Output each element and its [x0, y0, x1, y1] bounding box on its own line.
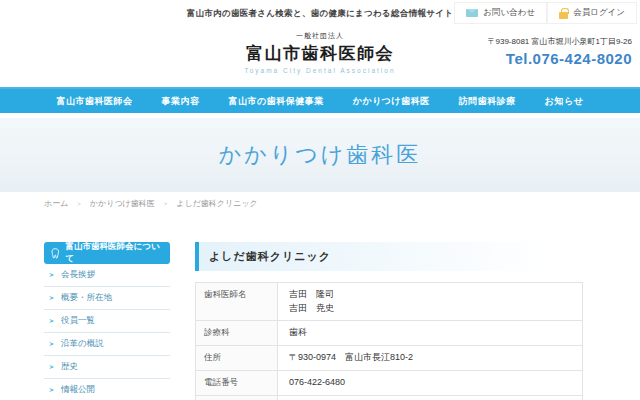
lock-icon: [559, 12, 568, 19]
telephone-number: Tel.076-424-8020: [488, 50, 633, 67]
tooth-icon: [50, 247, 61, 260]
global-nav: 富山市歯科医師会 事業内容 富山市の歯科保健事業 かかりつけ歯科医 訪問歯科診療…: [0, 87, 640, 113]
nav-item-dental-health-programs[interactable]: 富山市の歯科保健事業: [229, 95, 324, 108]
row-label: 歯科医師名: [196, 283, 278, 321]
sidebar-item-label: 役員一覧: [61, 315, 95, 327]
topbar-buttons: お問い合わせ 会員ログイン: [454, 2, 637, 24]
table-row-dentist-names: 歯科医師名 吉田 隆司 吉田 尭史: [196, 283, 583, 321]
sidebar-item-history[interactable]: ＞ 歴史: [44, 356, 170, 379]
chevron-right-icon: ＞: [48, 316, 55, 326]
clinic-name-heading: よしだ歯科クリニック: [195, 242, 612, 271]
dentist-name-2: 吉田 尭史: [289, 302, 571, 316]
page-title: かかりつけ歯科医: [219, 140, 422, 170]
chevron-right-icon: ＞: [48, 362, 55, 372]
breadcrumb: ホーム ＞ かかりつけ歯科医 ＞ よしだ歯科クリニック: [0, 192, 640, 209]
chevron-right-icon: ＞: [48, 270, 55, 280]
nav-item-association[interactable]: 富山市歯科医師会: [57, 95, 133, 108]
site-subtitle-en: Toyama City Dental Association: [0, 67, 640, 74]
row-value: 〒930-0974 富山市長江810-2: [278, 346, 583, 371]
sidebar-item-president-greeting[interactable]: ＞ 会長挨拶: [44, 264, 170, 287]
site-header: 一般社団法人 富山市歯科医師会 Toyama City Dental Assoc…: [0, 26, 640, 87]
mail-icon: [466, 9, 478, 17]
dentist-name-1: 吉田 隆司: [289, 288, 571, 302]
clinic-info-table: 歯科医師名 吉田 隆司 吉田 尭史 診療科 歯科 住所 〒930-0974 富山…: [195, 282, 583, 400]
contact-button-label: お問い合わせ: [483, 7, 535, 19]
breadcrumb-separator: ＞: [76, 200, 83, 207]
row-value: 歯科: [278, 321, 583, 346]
nav-item-news[interactable]: お知らせ: [545, 95, 584, 108]
chevron-right-icon: ＞: [48, 293, 55, 303]
row-label: 電話番号: [196, 371, 278, 396]
sidebar-item-overview-location[interactable]: ＞ 概要・所在地: [44, 287, 170, 310]
table-row-department: 診療科 歯科: [196, 321, 583, 346]
member-login-label: 会員ログイン: [573, 7, 625, 19]
breadcrumb-home[interactable]: ホーム: [44, 199, 68, 208]
sidebar-item-label: 会長挨拶: [61, 269, 95, 281]
row-label: 診療時間: [196, 396, 278, 400]
chevron-right-icon: ＞: [48, 339, 55, 349]
sidebar-item-label: 概要・所在地: [61, 292, 112, 304]
sidebar-item-officers-list[interactable]: ＞ 役員一覧: [44, 310, 170, 333]
row-label: 診療科: [196, 321, 278, 346]
sidebar-item-label: 情報公開: [61, 384, 95, 396]
nav-item-family-dentist[interactable]: かかりつけ歯科医: [353, 95, 430, 108]
nav-item-visiting-dental-care[interactable]: 訪問歯科診療: [459, 95, 516, 108]
sidebar-item-information-disclosure[interactable]: ＞ 情報公開: [44, 379, 170, 400]
top-utility-bar: 富山市内の歯医者さん検索と、歯の健康にまつわる総合情報サイト お問い合わせ 会員…: [0, 0, 640, 26]
breadcrumb-separator: ＞: [162, 200, 169, 207]
sidebar: 富山市歯科医師会について ＞ 会長挨拶 ＞ 概要・所在地 ＞ 役員一覧 ＞ 沿革…: [44, 242, 170, 400]
postal-address: 〒939-8081 富山市堀川小泉町1丁目9-26: [488, 36, 633, 47]
sidebar-item-history-outline[interactable]: ＞ 沿革の概説: [44, 333, 170, 356]
sidebar-item-label: 沿革の概説: [61, 338, 104, 350]
main-content: よしだ歯科クリニック 歯科医師名 吉田 隆司 吉田 尭史 診療科 歯科 住所 〒…: [195, 242, 612, 400]
row-value: 076-422-6480: [278, 371, 583, 396]
contact-button[interactable]: お問い合わせ: [454, 2, 547, 24]
header-contact: 〒939-8081 富山市堀川小泉町1丁目9-26 Tel.076-424-80…: [488, 36, 633, 67]
content-area: 富山市歯科医師会について ＞ 会長挨拶 ＞ 概要・所在地 ＞ 役員一覧 ＞ 沿革…: [44, 242, 612, 400]
row-label: 住所: [196, 346, 278, 371]
breadcrumb-family-dentist[interactable]: かかりつけ歯科医: [90, 199, 155, 208]
breadcrumb-current: よしだ歯科クリニック: [176, 199, 258, 208]
row-value: 9:00～13:00 14:00～19:00 土 9:00～13:00 14:0…: [278, 396, 583, 400]
table-row-phone: 電話番号 076-422-6480: [196, 371, 583, 396]
sidebar-item-label: 歴史: [61, 361, 78, 373]
table-row-hours: 診療時間 9:00～13:00 14:00～19:00 土 9:00～13:00…: [196, 396, 583, 400]
table-row-address: 住所 〒930-0974 富山市長江810-2: [196, 346, 583, 371]
chevron-right-icon: ＞: [48, 385, 55, 395]
nav-item-services[interactable]: 事業内容: [162, 95, 200, 108]
member-login-button[interactable]: 会員ログイン: [547, 2, 637, 24]
hero-banner: かかりつけ歯科医: [0, 118, 640, 192]
sidebar-header-label: 富山市歯科医師会について: [66, 241, 164, 265]
row-value: 吉田 隆司 吉田 尭史: [278, 283, 583, 321]
sidebar-header-about[interactable]: 富山市歯科医師会について: [44, 242, 170, 264]
